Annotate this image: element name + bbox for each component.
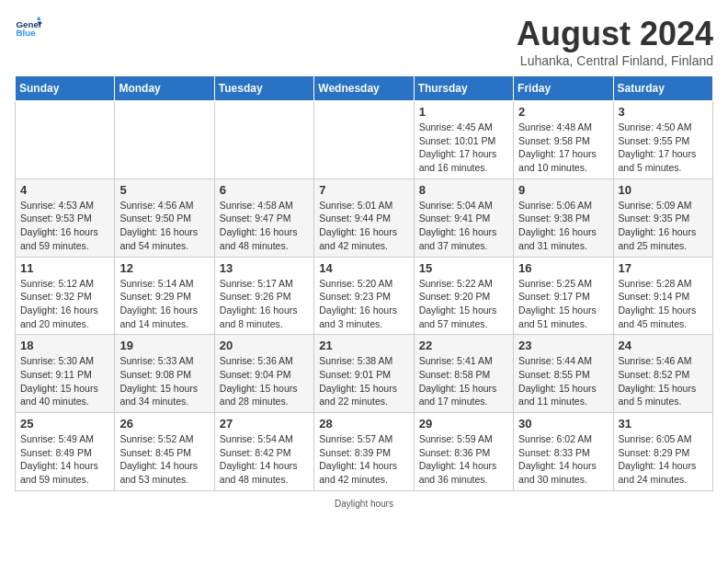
day-number: 2 [518,105,608,119]
day-number: 20 [220,339,309,352]
day-info: Sunrise: 5:38 AM Sunset: 9:01 PM Dayligh… [319,354,408,408]
day-number: 23 [518,339,608,352]
calendar-cell: 30Sunrise: 6:02 AM Sunset: 8:33 PM Dayli… [514,413,613,491]
day-info: Sunrise: 5:49 AM Sunset: 8:49 PM Dayligh… [20,432,109,487]
day-number: 28 [319,417,408,431]
day-info: Sunrise: 4:56 AM Sunset: 9:50 PM Dayligh… [119,199,209,253]
day-number: 6 [220,183,309,197]
day-info: Sunrise: 5:06 AM Sunset: 9:38 PM Dayligh… [518,199,608,253]
calendar-cell: 18Sunrise: 5:30 AM Sunset: 9:11 PM Dayli… [16,335,115,413]
calendar-cell: 12Sunrise: 5:14 AM Sunset: 9:29 PM Dayli… [115,257,214,335]
day-info: Sunrise: 5:14 AM Sunset: 9:29 PM Dayligh… [119,277,209,331]
calendar-cell: 22Sunrise: 5:41 AM Sunset: 8:58 PM Dayli… [414,335,513,413]
page-header: General Blue August 2024 Luhanka, Centra… [15,15,713,68]
svg-text:Blue: Blue [17,28,37,38]
day-number: 7 [319,183,408,197]
day-header-sunday: Sunday [16,76,115,101]
calendar-table: SundayMondayTuesdayWednesdayThursdayFrid… [15,75,713,491]
day-info: Sunrise: 5:46 AM Sunset: 8:52 PM Dayligh… [619,354,708,408]
day-number: 17 [619,261,708,275]
day-number: 3 [619,105,708,119]
day-number: 15 [419,261,508,275]
calendar-cell: 28Sunrise: 5:57 AM Sunset: 8:39 PM Dayli… [314,413,414,491]
calendar-week-row: 18Sunrise: 5:30 AM Sunset: 9:11 PM Dayli… [16,335,713,413]
calendar-cell: 5Sunrise: 4:56 AM Sunset: 9:50 PM Daylig… [115,178,214,257]
month-title: August 2024 [517,15,713,53]
calendar-cell: 26Sunrise: 5:52 AM Sunset: 8:45 PM Dayli… [115,413,214,491]
day-number: 29 [419,417,508,431]
calendar-cell: 7Sunrise: 5:01 AM Sunset: 9:44 PM Daylig… [314,178,414,257]
calendar-cell: 29Sunrise: 5:59 AM Sunset: 8:36 PM Dayli… [414,413,513,491]
title-block: August 2024 Luhanka, Central Finland, Fi… [517,15,713,68]
day-number: 1 [419,105,508,119]
calendar-cell: 23Sunrise: 5:44 AM Sunset: 8:55 PM Dayli… [514,335,613,413]
calendar-week-row: 1Sunrise: 4:45 AM Sunset: 10:01 PM Dayli… [16,101,713,179]
day-info: Sunrise: 5:36 AM Sunset: 9:04 PM Dayligh… [220,354,309,408]
day-number: 13 [220,261,309,275]
calendar-cell: 21Sunrise: 5:38 AM Sunset: 9:01 PM Dayli… [314,335,414,413]
calendar-cell: 19Sunrise: 5:33 AM Sunset: 9:08 PM Dayli… [115,335,214,413]
day-header-saturday: Saturday [613,76,712,101]
day-info: Sunrise: 5:59 AM Sunset: 8:36 PM Dayligh… [419,432,508,487]
day-header-tuesday: Tuesday [214,76,313,101]
calendar-cell: 25Sunrise: 5:49 AM Sunset: 8:49 PM Dayli… [16,413,115,491]
day-number: 31 [619,417,708,431]
day-number: 19 [119,339,209,352]
calendar-cell: 14Sunrise: 5:20 AM Sunset: 9:23 PM Dayli… [314,257,414,335]
calendar-cell: 20Sunrise: 5:36 AM Sunset: 9:04 PM Dayli… [214,335,313,413]
day-info: Sunrise: 5:09 AM Sunset: 9:35 PM Dayligh… [619,199,708,253]
day-info: Sunrise: 5:01 AM Sunset: 9:44 PM Dayligh… [319,199,408,253]
calendar-cell [16,101,115,179]
day-info: Sunrise: 5:44 AM Sunset: 8:55 PM Dayligh… [518,354,608,408]
day-info: Sunrise: 5:54 AM Sunset: 8:42 PM Dayligh… [220,432,309,487]
calendar-cell: 24Sunrise: 5:46 AM Sunset: 8:52 PM Dayli… [613,335,712,413]
day-info: Sunrise: 5:33 AM Sunset: 9:08 PM Dayligh… [119,354,209,408]
day-header-wednesday: Wednesday [314,76,414,101]
day-info: Sunrise: 5:12 AM Sunset: 9:32 PM Dayligh… [20,277,109,331]
day-number: 5 [119,183,209,197]
day-info: Sunrise: 5:28 AM Sunset: 9:14 PM Dayligh… [619,277,708,331]
calendar-cell: 8Sunrise: 5:04 AM Sunset: 9:41 PM Daylig… [414,178,513,257]
day-info: Sunrise: 5:57 AM Sunset: 8:39 PM Dayligh… [319,432,408,487]
calendar-cell [115,101,214,179]
day-number: 9 [518,183,608,197]
location: Luhanka, Central Finland, Finland [517,53,713,68]
day-info: Sunrise: 5:04 AM Sunset: 9:41 PM Dayligh… [419,199,508,253]
logo: General Blue [15,15,42,42]
day-number: 21 [319,339,408,352]
calendar-cell: 10Sunrise: 5:09 AM Sunset: 9:35 PM Dayli… [613,178,712,257]
daylight-note: Daylight hours [15,499,713,509]
day-number: 25 [20,417,109,431]
day-info: Sunrise: 5:30 AM Sunset: 9:11 PM Dayligh… [20,354,109,408]
day-info: Sunrise: 5:20 AM Sunset: 9:23 PM Dayligh… [319,277,408,331]
calendar-week-row: 4Sunrise: 4:53 AM Sunset: 9:53 PM Daylig… [16,178,713,257]
calendar-cell [314,101,414,179]
day-info: Sunrise: 5:22 AM Sunset: 9:20 PM Dayligh… [419,277,508,331]
calendar-cell: 6Sunrise: 4:58 AM Sunset: 9:47 PM Daylig… [214,178,313,257]
day-number: 11 [20,261,109,275]
logo-icon: General Blue [15,15,42,42]
day-header-thursday: Thursday [414,76,513,101]
day-info: Sunrise: 5:52 AM Sunset: 8:45 PM Dayligh… [119,432,209,487]
calendar-cell: 1Sunrise: 4:45 AM Sunset: 10:01 PM Dayli… [414,101,513,179]
day-info: Sunrise: 4:58 AM Sunset: 9:47 PM Dayligh… [220,199,309,253]
calendar-cell: 9Sunrise: 5:06 AM Sunset: 9:38 PM Daylig… [514,178,613,257]
calendar-week-row: 25Sunrise: 5:49 AM Sunset: 8:49 PM Dayli… [16,413,713,491]
calendar-cell: 13Sunrise: 5:17 AM Sunset: 9:26 PM Dayli… [214,257,313,335]
day-number: 8 [419,183,508,197]
day-header-friday: Friday [514,76,613,101]
day-info: Sunrise: 5:25 AM Sunset: 9:17 PM Dayligh… [518,277,608,331]
day-info: Sunrise: 6:05 AM Sunset: 8:29 PM Dayligh… [619,432,708,487]
day-info: Sunrise: 4:50 AM Sunset: 9:55 PM Dayligh… [619,121,708,175]
day-info: Sunrise: 4:45 AM Sunset: 10:01 PM Daylig… [419,121,508,175]
day-info: Sunrise: 5:17 AM Sunset: 9:26 PM Dayligh… [220,277,309,331]
day-number: 16 [518,261,608,275]
calendar-cell: 3Sunrise: 4:50 AM Sunset: 9:55 PM Daylig… [613,101,712,179]
day-info: Sunrise: 5:41 AM Sunset: 8:58 PM Dayligh… [419,354,508,408]
day-number: 4 [20,183,109,197]
calendar-cell: 31Sunrise: 6:05 AM Sunset: 8:29 PM Dayli… [613,413,712,491]
calendar-cell: 2Sunrise: 4:48 AM Sunset: 9:58 PM Daylig… [514,101,613,179]
calendar-cell [214,101,313,179]
day-number: 27 [220,417,309,431]
day-number: 14 [319,261,408,275]
